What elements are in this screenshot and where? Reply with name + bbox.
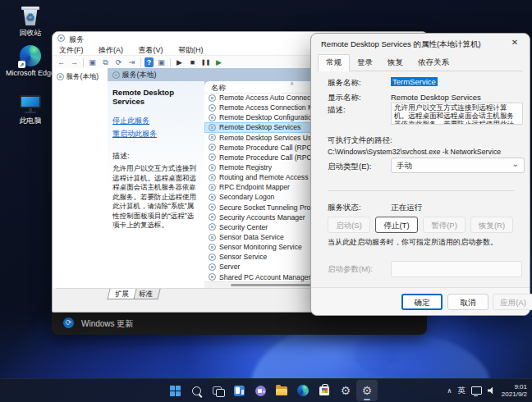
- apply-button[interactable]: 应用(A): [493, 294, 532, 310]
- service-gear-icon: [209, 213, 216, 221]
- description-label: 描述:: [112, 151, 200, 162]
- toolbar-separator: [83, 58, 84, 67]
- edge-button[interactable]: [292, 380, 314, 401]
- restart-service-link[interactable]: 重启动此服务: [112, 129, 200, 139]
- gear-icon: ⚙: [362, 385, 373, 396]
- tab-recovery[interactable]: 恢复: [380, 55, 410, 71]
- start-button[interactable]: [164, 380, 186, 401]
- file-explorer-button[interactable]: [271, 380, 292, 401]
- display-name-label: 显示名称:: [328, 93, 361, 103]
- tray-chevron-icon[interactable]: ∧: [447, 387, 452, 395]
- path-label: 可执行文件的路径:: [328, 135, 392, 146]
- selected-service-title: Remote Desktop Services: [112, 88, 200, 106]
- service-gear-icon: [209, 194, 216, 201]
- tab-dependencies[interactable]: 依存关系: [410, 55, 456, 71]
- restart-service-button[interactable]: ▶: [213, 57, 224, 67]
- tab-logon[interactable]: 登录: [350, 55, 380, 71]
- show-console-button[interactable]: ▣: [87, 57, 98, 67]
- extended-view-panel: Remote Desktop Services 停止此服务 重启动此服务 描述:…: [108, 81, 204, 288]
- resume-button[interactable]: 恢复(R): [470, 217, 513, 233]
- service-name-value[interactable]: TermService: [391, 77, 438, 86]
- service-gear-icon: [209, 164, 216, 171]
- tree-root-services-local[interactable]: 服务(本地): [57, 72, 108, 82]
- system-tray: ∧ 英 9:01 2021/9/2: [447, 379, 528, 402]
- stop-button[interactable]: 停止(T): [375, 217, 418, 233]
- service-gear-icon: [209, 244, 216, 251]
- show-pane-button[interactable]: ▣: [156, 57, 167, 67]
- screen: ♻ 回收站 ↗ Microsoft Edge 此电脑 ⟳ Windows 更新 …: [0, 0, 532, 402]
- desktop-icon-edge[interactable]: ↗ Microsoft Edge: [5, 45, 56, 77]
- service-status-value: 正在运行: [391, 203, 422, 213]
- dialog-description-label: 描述:: [328, 105, 346, 116]
- task-view-icon: [213, 386, 223, 395]
- services-app-icon: [57, 34, 65, 42]
- service-gear-icon: [209, 104, 216, 112]
- dialog-separator: [328, 190, 514, 191]
- sort-caret-icon: ∧: [290, 81, 294, 87]
- start-service-button[interactable]: ▶: [174, 57, 185, 67]
- path-value: C:\Windows\System32\svchost.exe -k Netwo…: [328, 148, 501, 156]
- service-gear-icon: [209, 144, 216, 151]
- properties-dialog: Remote Desktop Services 的属性(本地计算机) ✕ 常规 …: [310, 33, 530, 316]
- startup-params-input[interactable]: [391, 261, 522, 277]
- display-name-value: Remote Desktop Services: [391, 93, 481, 102]
- store-button[interactable]: [314, 380, 335, 401]
- service-gear-icon: [209, 263, 216, 271]
- service-description: 允许用户以交互方式连接到远程计算机。远程桌面和远程桌面会话主机服务器依靠此服务。…: [112, 164, 200, 231]
- search-icon: [192, 386, 201, 395]
- edge-icon: ↗: [20, 45, 41, 66]
- startup-type-dropdown[interactable]: 手动 ⌄: [391, 158, 525, 173]
- desktop-icon-recycle-bin[interactable]: ♻ 回收站: [5, 7, 56, 37]
- startup-type-value: 手动: [397, 161, 412, 170]
- desktop-icon-label: 回收站: [5, 29, 56, 37]
- service-gear-icon: [209, 174, 216, 181]
- back-button[interactable]: ←: [56, 57, 66, 67]
- clock-time: 9:01: [502, 383, 527, 391]
- clock-date: 2021/9/2: [502, 391, 527, 399]
- search-button[interactable]: [186, 380, 207, 401]
- start-button[interactable]: 启动(S): [328, 217, 370, 233]
- ime-indicator[interactable]: 英: [457, 386, 466, 396]
- cancel-button[interactable]: 取消: [447, 294, 488, 310]
- desktop-icon-this-pc[interactable]: 此电脑: [5, 94, 56, 125]
- forward-button[interactable]: →: [69, 57, 80, 67]
- service-gear-icon: [209, 94, 216, 102]
- widgets-button[interactable]: [228, 380, 250, 401]
- taskbar-icons: ⚙ ⚙: [164, 380, 378, 401]
- chevron-down-icon: ⌄: [512, 157, 519, 171]
- network-icon[interactable]: [471, 386, 482, 395]
- startup-params-hint: 当从此处启动服务时，你可指定所适用的启动参数。: [328, 237, 516, 247]
- taskbar-clock[interactable]: 9:01 2021/9/2: [502, 383, 527, 399]
- dialog-tabs: 常规 登录 恢复 依存关系: [318, 54, 523, 71]
- scrollbar-thumb[interactable]: [231, 284, 311, 286]
- stop-service-button[interactable]: ■: [187, 57, 198, 67]
- export-list-button[interactable]: ⇥: [126, 57, 137, 67]
- settings-button[interactable]: ⚙: [335, 380, 356, 401]
- help-button[interactable]: ?: [144, 57, 154, 67]
- task-view-button[interactable]: [207, 380, 228, 401]
- service-gear-icon: [209, 184, 216, 191]
- pause-button[interactable]: 暂停(P): [423, 217, 466, 233]
- refresh-button[interactable]: ⟳: [113, 57, 124, 67]
- windows-update-title: Windows 更新: [81, 318, 133, 330]
- startup-params-label: 启动参数(M):: [328, 264, 373, 275]
- pause-service-button[interactable]: ❚❚: [200, 57, 211, 67]
- services-taskbar-button[interactable]: ⚙: [356, 380, 378, 401]
- service-gear-icon: [209, 203, 216, 211]
- properties-button[interactable]: ⧉: [100, 57, 111, 67]
- stop-service-link[interactable]: 停止此服务: [112, 116, 200, 126]
- tab-extended[interactable]: 扩展: [107, 289, 136, 299]
- shortcut-arrow-icon: ↗: [18, 61, 25, 68]
- tab-general[interactable]: 常规: [318, 54, 350, 71]
- toolbar-separator: [140, 58, 141, 67]
- close-icon[interactable]: ✕: [508, 38, 521, 49]
- chat-button[interactable]: [250, 380, 271, 401]
- widgets-icon: [234, 386, 245, 396]
- recycle-bin-icon: ♻: [20, 7, 41, 26]
- service-name-label: 服务名称:: [328, 78, 361, 89]
- ok-button[interactable]: 确定: [401, 294, 443, 310]
- speaker-icon[interactable]: [488, 387, 496, 395]
- folder-icon: [276, 386, 287, 395]
- toolbar-separator: [170, 58, 171, 67]
- dialog-description-box[interactable]: 允许用户以交互方式连接到远程计算机。远程桌面和远程桌面会话主机服务器依靠此服务。…: [391, 103, 523, 125]
